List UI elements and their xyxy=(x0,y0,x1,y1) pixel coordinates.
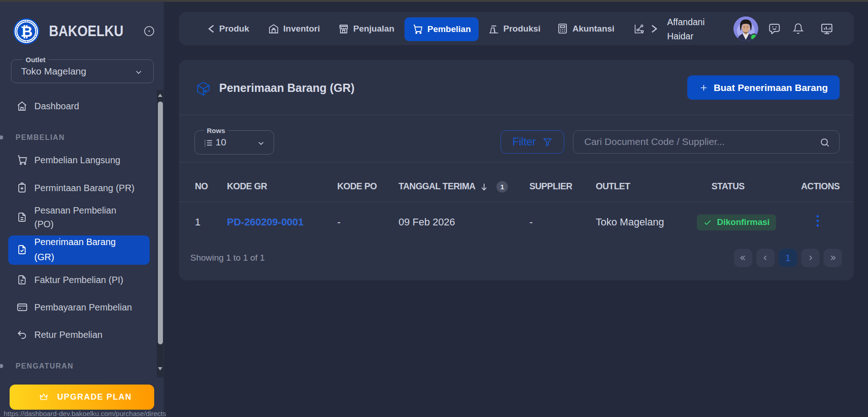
svg-text:₿: ₿ xyxy=(21,23,32,40)
